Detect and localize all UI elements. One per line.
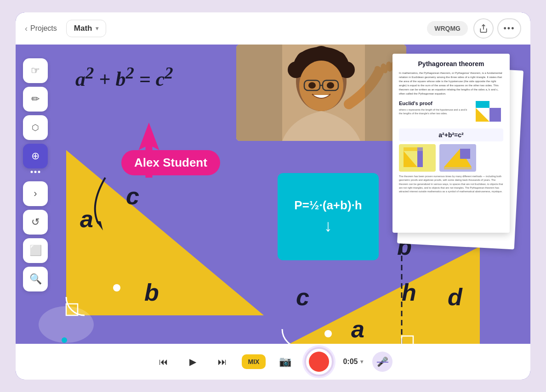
label-c: c: [126, 182, 139, 210]
formula-arrow: ↓: [324, 216, 332, 235]
svg-point-5: [113, 284, 120, 291]
svg-marker-9: [96, 221, 103, 230]
white-blob-decoration: [39, 306, 94, 343]
svg-point-22: [308, 82, 316, 89]
video-placeholder: [236, 45, 406, 141]
bottom-bar: ⏮ ▶ ⏭ MIX 📷 0:05 ▾ 🎤: [16, 344, 530, 380]
student-name: Alex Student: [134, 156, 207, 169]
project-dropdown[interactable]: Math ▾: [66, 20, 107, 37]
target-icon: ⊕: [31, 150, 40, 162]
math-formula: a2 + b2 = c2: [75, 63, 173, 91]
pointer-tool[interactable]: ☞: [23, 58, 48, 83]
label-b: b: [144, 279, 159, 306]
rewind-icon: ⏮: [159, 357, 168, 367]
eraser-icon: ⬡: [32, 123, 39, 133]
record-indicator: [309, 352, 329, 372]
doc-body2: where c represents the length of the hyp…: [399, 108, 469, 116]
time-chevron-icon[interactable]: ▾: [360, 358, 363, 365]
svg-rect-36: [417, 147, 423, 151]
document-body: In mathematics, the Pythagorean theorem,…: [399, 71, 503, 96]
play-icon: ▶: [189, 356, 196, 367]
tool-dots: [31, 171, 40, 173]
projects-label: Projects: [30, 24, 57, 33]
mute-icon: 🎤: [377, 356, 388, 367]
svg-rect-28: [236, 45, 282, 141]
eraser-tool[interactable]: ⬡: [23, 115, 48, 140]
document-front: Pythagorean theorem In mathematics, the …: [392, 54, 510, 233]
formula-box: P=½·(a+b)·h ↓: [278, 173, 379, 260]
camera-button[interactable]: 📷: [275, 352, 295, 372]
svg-marker-30: [476, 108, 489, 122]
svg-rect-32: [476, 101, 489, 108]
svg-rect-35: [417, 151, 423, 167]
left-toolbar: ☞ ✏ ⬡ ⊕ › ↺ ⬜ 🔍: [23, 58, 48, 291]
time-value: 0:05: [343, 358, 358, 366]
doc-image-1: [399, 144, 436, 172]
formula-text: P=½·(a+b)·h: [294, 198, 362, 213]
chevron-right-icon: ›: [34, 188, 37, 200]
name-tag: Alex Student: [121, 150, 220, 175]
rectangle-icon: ⬜: [29, 245, 42, 257]
chevron-tool[interactable]: ›: [23, 181, 48, 206]
label-h-right: h: [402, 279, 416, 306]
doc-formula: a²+b²=c²: [399, 129, 503, 141]
person-silhouette-svg: [236, 45, 406, 141]
video-feed: [236, 45, 406, 141]
record-button[interactable]: [304, 347, 334, 376]
zoom-tool[interactable]: 🔍: [23, 267, 48, 291]
pencil-icon: ✏: [31, 93, 40, 105]
forward-icon: ⏭: [218, 357, 227, 367]
target-tool[interactable]: ⊕: [23, 144, 48, 168]
document-overlay: Pythagorean theorem In mathematics, the …: [392, 54, 521, 256]
doc-image-2: [439, 144, 476, 172]
back-button[interactable]: ‹ Projects: [25, 24, 57, 34]
svg-rect-39: [444, 167, 472, 169]
chevron-down-icon: ▾: [96, 25, 98, 32]
svg-point-7: [324, 330, 332, 337]
pencil-tool[interactable]: ✏: [23, 87, 48, 112]
doc-side-image: [473, 99, 503, 126]
undo-icon: ↺: [31, 216, 40, 228]
svg-point-23: [327, 82, 334, 89]
play-button[interactable]: ▶: [183, 352, 203, 372]
forward-button[interactable]: ⏭: [212, 352, 233, 372]
project-name: Math: [74, 24, 92, 33]
pointer-icon: ☞: [31, 65, 40, 77]
doc-section-title: Euclid's proof: [399, 101, 469, 106]
label-a: a: [80, 205, 93, 233]
camera-icon: 📷: [279, 356, 291, 368]
mute-button[interactable]: 🎤: [372, 352, 392, 372]
undo-tool[interactable]: ↺: [23, 210, 48, 235]
label-a-right: a: [351, 315, 364, 343]
svg-rect-38: [460, 149, 470, 159]
document-title: Pythagorean theorem: [399, 60, 503, 67]
app-container: ‹ Projects Math ▾ WRQMG ••• ☞ ✏ ⬡: [16, 12, 530, 380]
back-arrow-icon: ‹: [25, 24, 28, 34]
doc-body3: The theorem has been proven numerous tim…: [399, 174, 503, 193]
doc-images-row: [399, 144, 503, 172]
svg-rect-34: [404, 147, 417, 151]
top-bar: ‹ Projects Math ▾ WRQMG •••: [16, 12, 530, 45]
time-display: 0:05 ▾: [343, 358, 363, 366]
svg-rect-6: [402, 336, 413, 344]
svg-marker-33: [404, 151, 417, 167]
rewind-button[interactable]: ⏮: [154, 352, 174, 372]
doc-text-col: Euclid's proof where c represents the le…: [399, 99, 469, 118]
teal-dot-decoration: [62, 337, 67, 343]
mix-button[interactable]: MIX: [242, 354, 266, 369]
rectangle-tool[interactable]: ⬜: [23, 238, 48, 263]
more-button[interactable]: •••: [497, 18, 521, 39]
session-code: WRQMG: [427, 21, 468, 36]
zoom-icon: 🔍: [29, 273, 42, 285]
label-c-right: c: [296, 283, 309, 311]
svg-rect-31: [489, 108, 501, 122]
label-d-right: d: [448, 283, 462, 311]
doc-section-row: Euclid's proof where c represents the le…: [399, 99, 503, 126]
share-button[interactable]: [473, 18, 494, 39]
